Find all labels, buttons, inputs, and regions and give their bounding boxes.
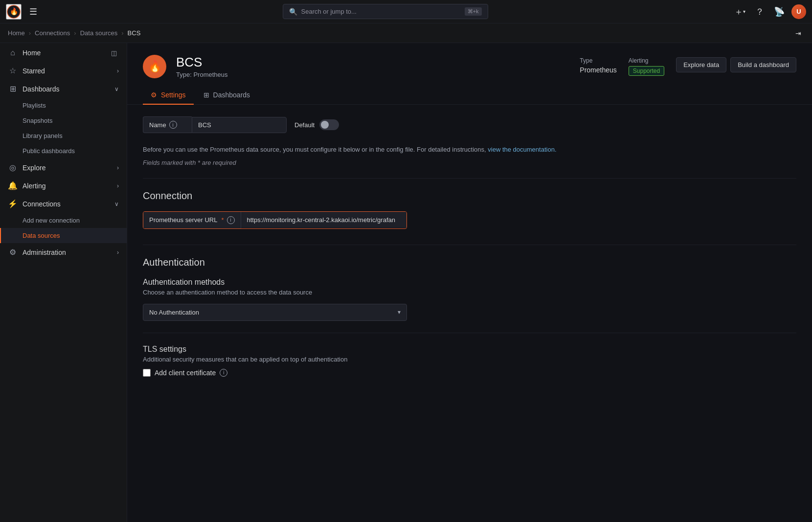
help-button[interactable]: ？	[752, 3, 767, 21]
topbar-actions: ＋ ▾ ？ 📡 U	[731, 3, 806, 21]
dashboards-tab-label: Dashboards	[213, 91, 250, 99]
sidebar-item-connections[interactable]: ⚡ Connections ∨	[0, 195, 127, 213]
sidebar-item-playlists[interactable]: Playlists	[0, 98, 127, 113]
sidebar-item-data-sources[interactable]: Data sources	[0, 228, 127, 243]
sidebar-section-main: ⌂ Home ◫ ☆ Starred › ⊞ Dashboards ∨ Play…	[0, 43, 127, 262]
name-label-text: Name	[149, 121, 166, 129]
chevron-connections-icon: ∨	[114, 201, 119, 207]
grafana-logo[interactable]: 🔥	[6, 4, 22, 20]
sidebar-item-dashboards[interactable]: ⊞ Dashboards ∨	[0, 80, 127, 98]
datasource-icon: 🔥	[143, 55, 166, 78]
sidebar-item-explore-label: Explore	[23, 164, 45, 172]
header-buttons: Explore data Build a dashboard	[676, 57, 796, 72]
avatar-initials: U	[796, 8, 801, 15]
chevron-down-icon: ▾	[743, 9, 745, 14]
user-avatar[interactable]: U	[791, 4, 806, 19]
url-label-box: Prometheus server URL * i	[143, 212, 241, 228]
sidebar-item-starred-label: Starred	[23, 67, 45, 75]
name-info-icon[interactable]: i	[169, 121, 177, 129]
sidebar-item-public-dashboards-label: Public dashboards	[23, 147, 75, 155]
starred-icon: ☆	[8, 66, 18, 75]
name-row: Name i Default	[143, 116, 796, 133]
datasource-alerting-section: Alerting Supported	[629, 57, 664, 76]
main-content: 🔥 BCS Type: Prometheus Type Prometheus A…	[127, 43, 812, 522]
tls-cert-checkbox[interactable]	[143, 369, 151, 377]
sidebar-item-administration[interactable]: ⚙ Administration ›	[0, 243, 127, 261]
datasource-type-section: Type Prometheus	[580, 57, 616, 74]
sidebar-item-public-dashboards[interactable]: Public dashboards	[0, 143, 127, 159]
breadcrumb-sep-3: ›	[121, 29, 123, 37]
datasource-type-value: Prometheus	[580, 66, 616, 74]
datasource-title: BCS	[176, 55, 570, 70]
search-placeholder: Search or jump to...	[301, 8, 461, 15]
url-info-icon[interactable]: i	[227, 216, 235, 224]
auth-methods-container: Authentication methods Choose an authent…	[143, 278, 796, 321]
chevron-dashboards-icon: ∨	[114, 86, 119, 92]
sidebar-item-home[interactable]: ⌂ Home ◫	[0, 44, 127, 62]
sidebar-item-add-connection[interactable]: Add new connection	[0, 213, 127, 228]
tls-cert-info-icon[interactable]: i	[220, 369, 227, 377]
settings-tab-label: Settings	[161, 91, 186, 99]
tls-cert-row: Add client certificate i	[143, 369, 796, 377]
sidebar-item-snapshots-label: Snapshots	[23, 117, 52, 124]
sidebar-item-playlists-label: Playlists	[23, 102, 46, 109]
datasource-supported-badge: Supported	[629, 66, 664, 76]
sidebar-item-alerting[interactable]: 🔔 Alerting ›	[0, 177, 127, 195]
chevron-starred-icon: ›	[117, 68, 119, 74]
collapse-button[interactable]: ⇥	[792, 26, 804, 40]
name-input[interactable]	[192, 117, 287, 133]
default-toggle[interactable]	[319, 119, 339, 130]
breadcrumb-home[interactable]: Home	[8, 29, 25, 37]
connection-field-row: Prometheus server URL * i	[143, 211, 407, 229]
sidebar-item-starred[interactable]: ☆ Starred ›	[0, 62, 127, 80]
add-button[interactable]: ＋ ▾	[731, 3, 748, 21]
search-box[interactable]: 🔍 Search or jump to... ⌘+k	[283, 4, 488, 19]
topbar: 🔥 ☰ 🔍 Search or jump to... ⌘+k ＋ ▾ ？ 📡 U	[0, 0, 812, 23]
datasource-meta: Type Prometheus Alerting Supported Explo…	[580, 57, 796, 76]
search-container: 🔍 Search or jump to... ⌘+k	[43, 4, 727, 19]
breadcrumb-bar: Home › Connections › Data sources › BCS …	[0, 23, 812, 43]
connections-icon: ⚡	[8, 199, 18, 208]
tab-dashboards[interactable]: ⊞ Dashboards	[196, 86, 258, 105]
info-text: Before you can use the Prometheus data s…	[143, 145, 796, 155]
plus-icon: ＋	[734, 6, 743, 18]
fields-note: Fields marked with * are required	[143, 159, 796, 166]
explore-icon: ◎	[8, 163, 18, 172]
news-button[interactable]: 📡	[771, 3, 788, 20]
build-dashboard-button[interactable]: Build a dashboard	[730, 57, 796, 72]
datasource-subtitle: Type: Prometheus	[176, 71, 570, 78]
name-label-box: Name i	[143, 116, 192, 133]
auth-methods-subtitle: Choose an authentication method to acces…	[143, 289, 796, 296]
sidebar-item-explore[interactable]: ◎ Explore ›	[0, 159, 127, 177]
divider-2	[143, 245, 796, 245]
dropdown-chevron-icon: ▾	[398, 309, 401, 316]
search-shortcut: ⌘+k	[465, 7, 482, 16]
url-input[interactable]	[241, 212, 406, 228]
settings-tab-icon: ⚙	[151, 91, 157, 99]
menu-toggle-button[interactable]: ☰	[27, 4, 39, 19]
sidebar-item-home-label: Home	[23, 49, 41, 57]
tabs-bar: ⚙ Settings ⊞ Dashboards	[127, 86, 812, 105]
prometheus-icon: 🔥	[148, 60, 161, 73]
tab-settings[interactable]: ⚙ Settings	[143, 86, 194, 105]
datasource-header: 🔥 BCS Type: Prometheus Type Prometheus A…	[127, 43, 812, 86]
sidebar-item-snapshots[interactable]: Snapshots	[0, 113, 127, 128]
documentation-link[interactable]: view the documentation.	[488, 146, 556, 153]
breadcrumb: Home › Connections › Data sources › BCS	[8, 29, 140, 37]
sidebar-item-data-sources-label: Data sources	[23, 232, 60, 239]
auth-method-dropdown[interactable]: No Authentication ▾	[143, 304, 407, 321]
tls-cert-label: Add client certificate	[155, 369, 216, 377]
divider-3	[143, 333, 796, 333]
divider-1	[143, 178, 796, 179]
breadcrumb-data-sources[interactable]: Data sources	[80, 29, 118, 37]
sidebar-item-library-panels[interactable]: Library panels	[0, 128, 127, 143]
auth-method-selected: No Authentication	[149, 309, 199, 316]
breadcrumb-sep-1: ›	[29, 29, 31, 37]
toggle-knob	[321, 121, 329, 129]
connection-section-title: Connection	[143, 190, 796, 202]
datasource-type-label: Type	[580, 57, 616, 64]
alerting-icon: 🔔	[8, 181, 18, 190]
breadcrumb-connections[interactable]: Connections	[35, 29, 70, 37]
explore-data-button[interactable]: Explore data	[676, 57, 726, 72]
sidebar-item-library-panels-label: Library panels	[23, 132, 63, 139]
